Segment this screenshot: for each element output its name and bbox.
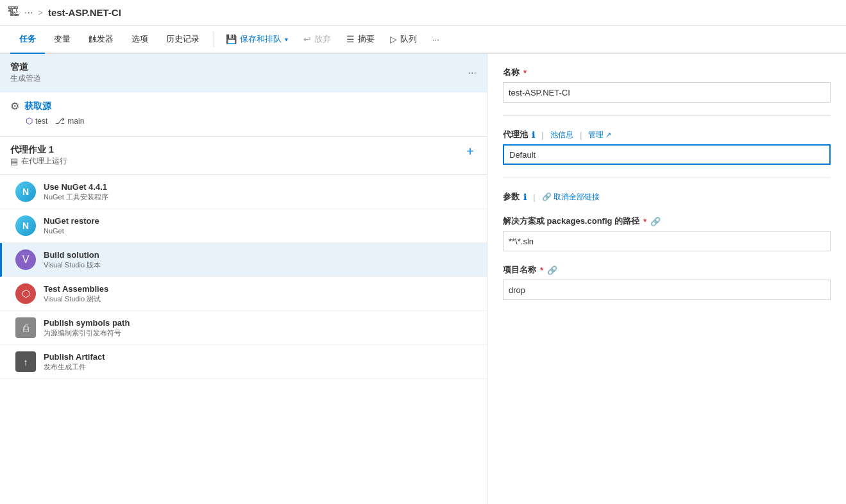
task-publish-artifact-subtitle: 发布生成工件 <box>44 363 86 371</box>
pool-info-link[interactable]: 池信息 <box>550 130 573 140</box>
params-divider: | <box>533 192 536 202</box>
agent-pool-info-icon[interactable]: ℹ <box>532 130 535 140</box>
task-item-publish-symbols[interactable]: ⎙ Publish symbols path 为源编制索引引发布符号 <box>0 311 487 345</box>
solution-path-label: 解决方案或 packages.config 的路径 * 🔗 <box>503 215 831 227</box>
discard-button[interactable]: ↩ 放弃 <box>297 31 337 47</box>
solution-path-chain-icon[interactable]: 🔗 <box>650 217 661 226</box>
queue-button[interactable]: ▷ 队列 <box>384 31 423 47</box>
pipeline-title: 管道 <box>10 62 41 73</box>
project-name-label: 项目名称 * 🔗 <box>503 264 831 276</box>
name-input[interactable] <box>503 82 831 103</box>
repo-item: ⬡ test <box>26 116 47 126</box>
toolbar-actions: 💾 保存和排队 ▾ ↩ 放弃 ☰ 摘要 ▷ 队列 ··· <box>219 31 446 47</box>
section-divider-1 <box>503 115 831 116</box>
task-item-test-assemblies[interactable]: ⬡ Test Assemblies Visual Studio 测试 <box>0 277 487 311</box>
name-label-text: 名称 <box>503 67 520 78</box>
task-publish-artifact-name: Publish Artifact <box>44 352 477 362</box>
pipeline-icon: 🏗 <box>8 6 19 19</box>
agent-job-info: 代理作业 1 ▤ 在代理上运行 <box>10 144 67 167</box>
save-queue-button[interactable]: 💾 保存和排队 ▾ <box>219 31 294 47</box>
task-item-nuget-use[interactable]: N Use NuGet 4.4.1 NuGet 工具安装程序 <box>0 175 487 209</box>
save-queue-chevron: ▾ <box>285 36 288 43</box>
pipeline-more-button[interactable]: ··· <box>468 67 477 79</box>
unlink-all-button[interactable]: 🔗 取消全部链接 <box>542 192 600 203</box>
nav-tabs: 任务 变量 触发器 选项 历史记录 💾 保存和排队 ▾ ↩ 放弃 ☰ 摘要 ▷ … <box>0 26 846 54</box>
params-info-icon[interactable]: ℹ <box>523 192 527 202</box>
test-assemblies-icon: ⬡ <box>15 283 36 304</box>
summary-button[interactable]: ☰ 摘要 <box>340 31 381 47</box>
agent-job-subtitle: ▤ 在代理上运行 <box>10 156 67 167</box>
pipeline-subtitle: 生成管道 <box>10 74 41 83</box>
branch-icon: ⎇ <box>55 116 65 126</box>
get-sources-header: ⚙ 获取源 <box>10 100 477 112</box>
tab-triggers[interactable]: 触发器 <box>80 26 123 54</box>
params-label-text: 参数 <box>503 191 520 203</box>
solution-path-label-text: 解决方案或 packages.config 的路径 <box>503 215 639 227</box>
pipeline-info: 管道 生成管道 <box>10 62 41 84</box>
build-solution-icon: V <box>15 249 36 270</box>
tab-variables[interactable]: 变量 <box>45 26 80 54</box>
breadcrumb-separator: > <box>38 8 43 17</box>
publish-symbols-icon: ⎙ <box>15 317 36 338</box>
task-publish-artifact-info: Publish Artifact 发布生成工件 <box>44 352 477 372</box>
task-item-build-solution[interactable]: V Build solution Visual Studio 版本 <box>0 243 487 277</box>
task-test-assemblies-subtitle: Visual Studio 测试 <box>44 295 101 303</box>
task-build-solution-subtitle: Visual Studio 版本 <box>44 261 101 269</box>
project-name-chain-icon[interactable]: 🔗 <box>547 265 557 275</box>
chain-icon: 🔗 <box>542 192 552 201</box>
agent-job-section: 代理作业 1 ▤ 在代理上运行 + <box>0 137 487 175</box>
task-item-nuget-restore[interactable]: N NuGet restore NuGet <box>0 209 487 243</box>
project-name-field-group: 项目名称 * 🔗 <box>503 264 831 300</box>
add-task-button[interactable]: + <box>464 144 477 159</box>
vs-repo-icon: ⬡ <box>26 116 33 126</box>
task-item-publish-artifact[interactable]: ↑ Publish Artifact 发布生成工件 <box>0 345 487 379</box>
task-nuget-use-subtitle: NuGet 工具安装程序 <box>44 193 108 201</box>
agent-job-title: 代理作业 1 <box>10 144 67 156</box>
external-link-icon: ↗ <box>605 131 611 139</box>
save-icon: 💾 <box>226 34 237 44</box>
agent-pool-divider2: | <box>580 130 582 140</box>
pipeline-section: 管道 生成管道 ··· <box>0 54 487 92</box>
right-panel: 名称 * 代理池 ℹ | 池信息 | 管理 ↗ <box>487 54 846 504</box>
solution-path-required: * <box>643 217 647 226</box>
publish-artifact-icon: ↑ <box>15 351 36 372</box>
params-label: 参数 ℹ | 🔗 取消全部链接 <box>503 191 831 203</box>
agent-pool-field-group: 代理池 ℹ | 池信息 | 管理 ↗ <box>503 129 831 165</box>
task-test-assemblies-info: Test Assemblies Visual Studio 测试 <box>44 284 477 304</box>
management-link[interactable]: 管理 ↗ <box>588 130 611 140</box>
tab-tasks[interactable]: 任务 <box>10 26 45 54</box>
task-publish-symbols-name: Publish symbols path <box>44 318 477 328</box>
task-nuget-restore-subtitle: NuGet <box>44 227 64 235</box>
branch-item: ⎇ main <box>55 116 84 126</box>
breadcrumb-title: test-ASP.NET-CI <box>48 7 121 18</box>
task-nuget-use-info: Use NuGet 4.4.1 NuGet 工具安装程序 <box>44 182 477 202</box>
name-required: * <box>523 68 527 78</box>
filter-icon: ⚙ <box>10 100 19 112</box>
repo-name: test <box>35 117 47 126</box>
more-actions-button[interactable]: ··· <box>426 32 446 47</box>
project-name-label-text: 项目名称 <box>503 264 536 276</box>
breadcrumb-more-button[interactable]: ··· <box>24 7 33 19</box>
section-divider-2 <box>503 178 831 178</box>
task-publish-symbols-info: Publish symbols path 为源编制索引引发布符号 <box>44 318 477 338</box>
left-panel: 管道 生成管道 ··· ⚙ 获取源 ⬡ test ⎇ main <box>0 54 487 504</box>
task-test-assemblies-name: Test Assemblies <box>44 284 477 294</box>
agent-pool-divider: | <box>541 130 544 140</box>
tab-options[interactable]: 选项 <box>123 26 157 54</box>
project-name-input[interactable] <box>503 280 831 300</box>
get-sources-title[interactable]: 获取源 <box>24 101 51 112</box>
discard-icon: ↩ <box>303 34 311 44</box>
solution-path-input[interactable] <box>503 231 831 251</box>
task-publish-symbols-subtitle: 为源编制索引引发布符号 <box>44 329 121 337</box>
nuget-use-icon: N <box>15 181 36 202</box>
main-layout: 管道 生成管道 ··· ⚙ 获取源 ⬡ test ⎇ main <box>0 54 846 504</box>
agent-pool-input[interactable] <box>503 144 831 165</box>
params-section: 参数 ℹ | 🔗 取消全部链接 <box>503 191 831 203</box>
branch-name: main <box>67 117 84 126</box>
tab-history[interactable]: 历史记录 <box>157 26 208 54</box>
get-sources-section: ⚙ 获取源 ⬡ test ⎇ main <box>0 92 487 137</box>
name-field-group: 名称 * <box>503 67 831 103</box>
get-sources-meta: ⬡ test ⎇ main <box>10 116 477 126</box>
task-nuget-restore-info: NuGet restore NuGet <box>44 216 477 235</box>
queue-icon: ▷ <box>390 34 397 44</box>
